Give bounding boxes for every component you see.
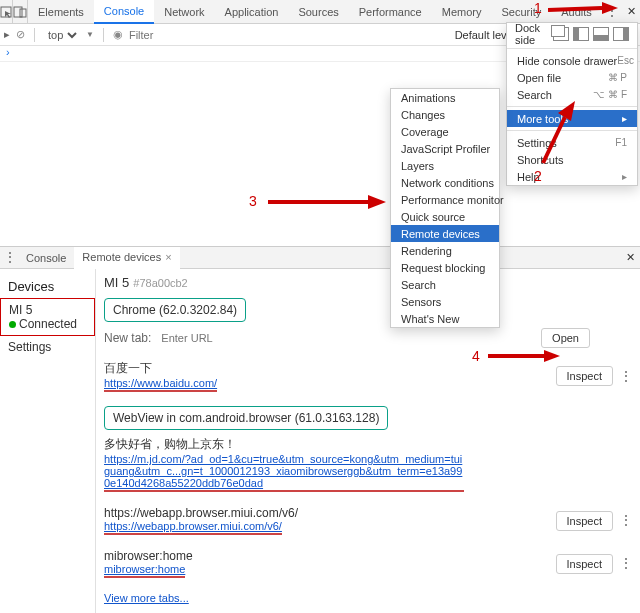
- dock-side-row: Dock side: [507, 23, 637, 45]
- entry-url[interactable]: mibrowser:home: [104, 563, 185, 578]
- kebab-menu-icon[interactable]: ⋮: [619, 372, 632, 380]
- kebab-menu-icon[interactable]: ⋮: [0, 247, 18, 268]
- inspect-element-icon[interactable]: [0, 0, 13, 23]
- submenu-item[interactable]: Coverage: [391, 123, 499, 140]
- tab-console[interactable]: Console: [94, 0, 154, 24]
- status-dot-icon: [9, 321, 16, 328]
- dock-undock-icon[interactable]: [553, 27, 569, 41]
- page-entry: 多快好省，购物上京东！https://m.jd.com/?ad_od=1&cu=…: [104, 436, 632, 492]
- entry-url[interactable]: https://webapp.browser.miui.com/v6/: [104, 520, 282, 535]
- view-more-link[interactable]: View more tabs...: [104, 592, 189, 604]
- new-tab-label: New tab:: [104, 331, 151, 345]
- tab-elements[interactable]: Elements: [28, 0, 94, 23]
- entry-title: 多快好省，购物上京东！: [104, 436, 632, 453]
- kebab-menu-icon[interactable]: ⋮: [602, 1, 622, 23]
- submenu-item[interactable]: Network conditions: [391, 174, 499, 191]
- context-selector[interactable]: top: [44, 28, 80, 42]
- kebab-menu-icon[interactable]: ⋮: [619, 559, 632, 567]
- close-drawer-icon[interactable]: ✕: [620, 247, 640, 268]
- clear-console-icon[interactable]: ⊘: [16, 28, 25, 41]
- submenu-item[interactable]: Quick source: [391, 208, 499, 225]
- submenu-item[interactable]: Changes: [391, 106, 499, 123]
- entry-url[interactable]: https://www.baidu.com/: [104, 377, 217, 392]
- device-content: MI 5#78a00cb2 Chrome (62.0.3202.84) New …: [96, 269, 640, 613]
- page-entry: mibrowser:homemibrowser:homeInspect⋮: [104, 549, 632, 578]
- devices-sidebar: Devices MI 5 Connected Settings: [0, 269, 96, 613]
- tab-memory[interactable]: Memory: [432, 0, 492, 23]
- dock-bottom-icon[interactable]: [593, 27, 609, 41]
- device-toolbar-icon[interactable]: [13, 0, 28, 23]
- page-entry: 百度一下https://www.baidu.com/Inspect⋮: [104, 360, 632, 392]
- page-entry: https://webapp.browser.miui.com/v6/https…: [104, 506, 632, 535]
- devtools-tabs: ElementsConsoleNetworkApplicationSources…: [28, 0, 602, 23]
- entry-url[interactable]: https://m.jd.com/?ad_od=1&cu=true&utm_so…: [104, 453, 464, 492]
- chevron-down-icon: ▼: [86, 30, 94, 39]
- inspect-button[interactable]: Inspect: [556, 511, 613, 531]
- tab-security[interactable]: Security: [491, 0, 551, 23]
- submenu-item[interactable]: Layers: [391, 157, 499, 174]
- tab-remote-devices[interactable]: Remote devices×: [74, 247, 179, 269]
- more-tools-submenu: AnimationsChangesCoverageJavaScript Prof…: [390, 88, 500, 328]
- menu-item[interactable]: Shortcuts: [507, 151, 637, 168]
- sidebar-item-settings[interactable]: Settings: [0, 336, 95, 358]
- annotation-3: 3: [249, 193, 257, 209]
- submenu-item[interactable]: Search: [391, 276, 499, 293]
- svg-rect-2: [20, 9, 26, 17]
- inspect-button[interactable]: Inspect: [556, 554, 613, 574]
- tab-performance[interactable]: Performance: [349, 0, 432, 23]
- entry-title: mibrowser:home: [104, 549, 556, 563]
- submenu-item[interactable]: Rendering: [391, 242, 499, 259]
- close-icon[interactable]: ✕: [622, 1, 640, 23]
- submenu-item[interactable]: Performance monitor: [391, 191, 499, 208]
- play-icon[interactable]: ▸: [4, 28, 10, 41]
- devices-header: Devices: [0, 275, 95, 298]
- menu-item[interactable]: Hide console drawerEsc: [507, 52, 637, 69]
- kebab-menu-icon[interactable]: ⋮: [619, 516, 632, 524]
- sidebar-item-device[interactable]: MI 5 Connected: [0, 298, 95, 336]
- chrome-version-pill: Chrome (62.0.3202.84): [104, 298, 246, 322]
- tab-application[interactable]: Application: [215, 0, 289, 23]
- close-tab-icon[interactable]: ×: [165, 251, 171, 263]
- inspect-button[interactable]: Inspect: [556, 366, 613, 386]
- menu-item[interactable]: Open file⌘ P: [507, 69, 637, 86]
- webview-pill: WebView in com.android.browser (61.0.316…: [104, 406, 388, 430]
- device-title: MI 5#78a00cb2: [104, 275, 632, 290]
- tab-console[interactable]: Console: [18, 247, 74, 268]
- menu-item[interactable]: SettingsF1: [507, 134, 637, 151]
- submenu-item[interactable]: Animations: [391, 89, 499, 106]
- entry-title: https://webapp.browser.miui.com/v6/: [104, 506, 556, 520]
- main-menu-dropdown: Dock side Hide console drawerEscOpen fil…: [506, 22, 638, 186]
- devtools-tabbar: ElementsConsoleNetworkApplicationSources…: [0, 0, 640, 24]
- dock-right-icon[interactable]: [613, 27, 629, 41]
- open-button[interactable]: Open: [541, 328, 590, 348]
- new-tab-url-input[interactable]: [161, 332, 251, 344]
- drawer-tabbar: ⋮ Console Remote devices× ✕: [0, 247, 640, 269]
- filter-input[interactable]: [129, 29, 219, 41]
- submenu-item[interactable]: Sensors: [391, 293, 499, 310]
- drawer-pane: ⋮ Console Remote devices× ✕ Devices MI 5…: [0, 246, 640, 613]
- dock-side-label: Dock side: [515, 22, 549, 46]
- submenu-item[interactable]: JavaScript Profiler: [391, 140, 499, 157]
- annotation-1: 1: [534, 0, 542, 16]
- menu-item[interactable]: More tools▸: [507, 110, 637, 127]
- menu-item[interactable]: Help▸: [507, 168, 637, 185]
- submenu-item[interactable]: Remote devices: [391, 225, 499, 242]
- submenu-item[interactable]: Request blocking: [391, 259, 499, 276]
- annotation-4: 4: [472, 348, 480, 364]
- new-tab-row: New tab: Open: [104, 328, 632, 348]
- submenu-item[interactable]: What's New: [391, 310, 499, 327]
- eye-icon[interactable]: ◉: [113, 28, 123, 41]
- tab-sources[interactable]: Sources: [288, 0, 348, 23]
- tab-audits[interactable]: Audits: [551, 0, 602, 23]
- dock-left-icon[interactable]: [573, 27, 589, 41]
- annotation-2: 2: [534, 168, 542, 184]
- entry-title: 百度一下: [104, 360, 556, 377]
- svg-marker-8: [368, 195, 386, 209]
- menu-item[interactable]: Search⌥ ⌘ F: [507, 86, 637, 103]
- tab-network[interactable]: Network: [154, 0, 214, 23]
